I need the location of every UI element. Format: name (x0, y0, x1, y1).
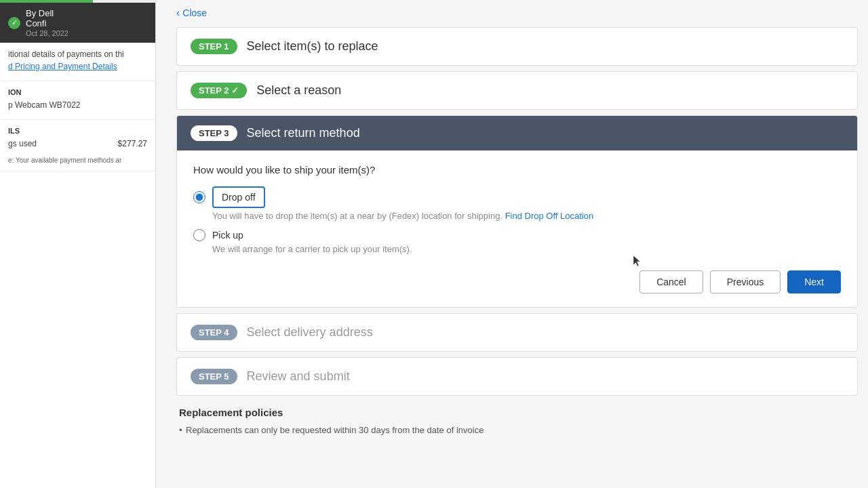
step2-card: STEP 2 ✓ Select a reason (176, 71, 858, 110)
pick-up-radio[interactable] (193, 229, 205, 241)
drop-off-radio[interactable] (193, 191, 205, 203)
progress-bar-fill (0, 0, 93, 3)
step3-card: STEP 3 Select return method How would yo… (176, 115, 858, 308)
step1-header: STEP 1 Select item(s) to replace (177, 28, 857, 65)
step4-header: STEP 4 Select delivery address (177, 314, 857, 351)
chevron-left-icon: ‹ (176, 7, 180, 19)
step3-badge: STEP 3 (191, 125, 237, 141)
step3-title: Select return method (247, 126, 360, 140)
step4-title: Select delivery address (247, 325, 373, 340)
next-button[interactable]: Next (787, 270, 841, 293)
step5-title: Review and submit (247, 369, 350, 384)
section-title-ion: ION (8, 88, 147, 96)
cancel-button[interactable]: Cancel (639, 270, 703, 293)
previous-button[interactable]: Previous (710, 270, 781, 293)
payment-note: e: Your available payment methods ar (8, 157, 147, 164)
left-panel-ils: ILS gs used $277.27 e: Your available pa… (0, 120, 155, 171)
step4-badge: STEP 4 (191, 325, 237, 340)
step3-header: STEP 3 Select return method (177, 116, 857, 150)
policy-item-1: Replacements can only be requested withi… (179, 425, 855, 435)
drop-off-box: Drop off (212, 186, 265, 208)
step1-badge: STEP 1 (191, 39, 237, 54)
policies-title: Replacement policies (179, 407, 855, 418)
left-panel-links: itional details of payments on thi d Pri… (0, 43, 155, 81)
step3-body: How would you like to ship your item(s)?… (177, 150, 857, 307)
left-panel-ion: ION p Webcam WB7022 (0, 81, 155, 120)
step5-badge: STEP 5 (191, 369, 237, 384)
close-label: Close (182, 7, 207, 18)
payment-details-text: itional details of payments on thi (8, 49, 147, 59)
webcam-item: p Webcam WB7022 (8, 100, 147, 110)
step2-header: STEP 2 ✓ Select a reason (177, 72, 857, 109)
find-drop-off-link[interactable]: Find Drop Off Location (505, 211, 594, 221)
left-panel: ✓ By Dell Confi Oct 28, 2022 itional det… (0, 0, 156, 488)
drop-off-desc: You will have to drop the item(s) at a n… (193, 211, 841, 221)
step2-badge: STEP 2 ✓ (191, 83, 247, 98)
step5-header: STEP 5 Review and submit (177, 358, 857, 395)
step4-card: STEP 4 Select delivery address (176, 313, 858, 352)
step1-title: Select item(s) to replace (247, 39, 378, 54)
close-link[interactable]: ‹ Close (176, 7, 207, 19)
action-buttons: Cancel Previous Next (193, 270, 841, 293)
main-content: ‹ Close STEP 1 Select item(s) to replace… (166, 0, 868, 488)
step5-card: STEP 5 Review and submit (176, 357, 858, 396)
section-title-ils: ILS (8, 127, 147, 135)
check-icon: ✓ (8, 17, 20, 29)
ship-question: How would you like to ship your item(s)? (193, 164, 841, 176)
status-text: Confi (26, 18, 68, 28)
replacement-policies: Replacement policies Replacements can on… (176, 407, 858, 435)
left-panel-header: ✓ By Dell Confi Oct 28, 2022 (0, 3, 155, 43)
gs-used-label: gs used (8, 139, 37, 148)
drop-off-option: Drop off You will have to drop the item(… (193, 186, 841, 221)
pick-up-option: Pick up We will arrange for a carrier to… (193, 229, 841, 254)
brand-title: By Dell (26, 8, 68, 18)
progress-bar (0, 0, 155, 3)
step1-card: STEP 1 Select item(s) to replace (176, 27, 858, 66)
pricing-link[interactable]: d Pricing and Payment Details (8, 62, 147, 71)
date-text: Oct 28, 2022 (26, 29, 68, 37)
pick-up-desc: We will arrange for a carrier to pick up… (193, 244, 841, 254)
amount-value: $277.27 (118, 139, 147, 151)
step2-title: Select a reason (256, 83, 341, 98)
pick-up-label: Pick up (212, 230, 243, 241)
drop-off-label: Drop off (222, 192, 256, 203)
